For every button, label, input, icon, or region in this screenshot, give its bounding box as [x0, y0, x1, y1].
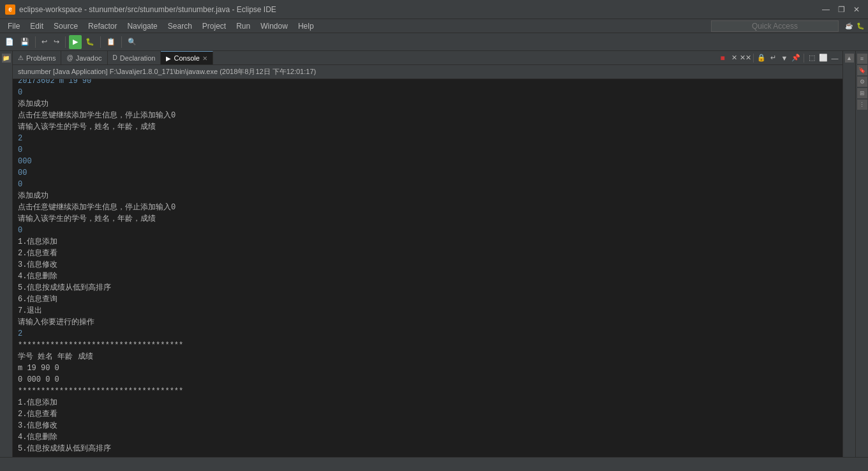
- far-right-panel: ≡ 🔖 ⚙ ⊞ ⋮: [855, 51, 868, 457]
- layout-icon[interactable]: ⊞: [857, 88, 867, 98]
- menu-window[interactable]: Window: [255, 20, 293, 32]
- package-explorer-icon[interactable]: 📁: [2, 54, 11, 63]
- console-line: 4.信息删除: [18, 431, 837, 443]
- minimize-view-button[interactable]: —: [830, 53, 840, 63]
- console-line: 5.信息按成绩从低到高排序: [18, 282, 837, 294]
- console-line: 00: [18, 167, 837, 179]
- toolbar-separator-3: [100, 36, 101, 48]
- console-line: ************************************: [18, 385, 837, 397]
- maximize-button[interactable]: ⬜: [818, 53, 828, 63]
- console-line: 20173602 m 19 90: [18, 79, 837, 87]
- console-line: 3.信息修改: [18, 259, 837, 271]
- console-line: 请输入该学生的学号，姓名，年龄，成绩: [18, 213, 837, 225]
- console-line: 3.信息修改: [18, 420, 837, 431]
- console-icon: ▶: [166, 55, 171, 62]
- scroll-lock-button[interactable]: 🔒: [756, 53, 767, 63]
- declaration-icon: D: [113, 54, 117, 61]
- console-line: 0: [18, 225, 837, 236]
- search-button[interactable]: 🔍: [125, 35, 139, 49]
- close-button[interactable]: ✕: [850, 3, 863, 16]
- console-line: 6.信息查询: [18, 294, 837, 305]
- menu-run[interactable]: Run: [231, 20, 255, 32]
- terminate-button[interactable]: ■: [717, 53, 728, 63]
- console-line: ************************************: [18, 340, 837, 351]
- toolbar-separator-2: [65, 36, 66, 48]
- console-line: 7.退出: [18, 305, 837, 317]
- new-button[interactable]: 📄: [3, 35, 17, 49]
- console-line: 0: [18, 179, 837, 190]
- menu-file[interactable]: File: [3, 20, 25, 32]
- remove-launch-button[interactable]: ✕: [729, 53, 739, 63]
- ctb-sep2: [804, 54, 804, 63]
- console-line: 请输入该学生的学号，姓名，年龄，成绩: [18, 121, 837, 133]
- console-line: 0: [18, 144, 837, 156]
- app-icon: e: [5, 4, 15, 15]
- minimize-button[interactable]: —: [819, 3, 832, 16]
- task-list-icon[interactable]: ≡: [857, 54, 867, 64]
- tab-console[interactable]: ▶ Console ✕: [161, 51, 213, 64]
- save-button[interactable]: 💾: [18, 35, 32, 49]
- tab-console-close[interactable]: ✕: [202, 55, 207, 62]
- console-output[interactable]: 1点击任意键继续添加学生信息，停止添加输入0请输入该学生的学号，姓名，年龄，成绩…: [13, 79, 842, 457]
- tab-console-label: Console: [174, 54, 199, 62]
- console-line: 4.信息删除: [18, 271, 837, 282]
- console-line: 2: [18, 133, 837, 144]
- quick-access-input[interactable]: [711, 20, 839, 32]
- perspective-java-icon[interactable]: ☕: [844, 21, 854, 31]
- dots-icon[interactable]: ⋮: [857, 100, 867, 110]
- console-line: m 19 90 0: [18, 363, 837, 374]
- run-button[interactable]: ▶: [69, 35, 82, 49]
- open-console-button[interactable]: ⬚: [807, 53, 817, 63]
- console-line: 1.信息添加: [18, 397, 837, 408]
- console-line: 点击任意键继续添加学生信息，停止添加输入0: [18, 110, 837, 121]
- redo-button[interactable]: ↪: [51, 35, 62, 49]
- tab-problems[interactable]: ⚠ Problems: [13, 51, 61, 64]
- console-line: 请输入你要进行的操作: [18, 317, 837, 328]
- tab-javadoc-label: Javadoc: [76, 54, 102, 62]
- main-area: 📁 ⚠ Problems @ Javadoc D Declaration ▶ C…: [0, 51, 868, 457]
- toolbar: 📄 💾 ↩ ↪ ▶ 🐛 📋 🔍: [0, 33, 868, 51]
- menu-navigate[interactable]: Navigate: [122, 20, 162, 32]
- menu-edit[interactable]: Edit: [25, 20, 49, 32]
- toolbar-separator-1: [35, 36, 36, 48]
- menu-source[interactable]: Source: [49, 20, 83, 32]
- tab-declaration[interactable]: D Declaration: [108, 51, 161, 64]
- maximize-button[interactable]: ❐: [835, 3, 848, 16]
- word-wrap-button[interactable]: ↵: [768, 53, 778, 63]
- console-line: 添加成功: [18, 190, 837, 202]
- tab-bar: ⚠ Problems @ Javadoc D Declaration ▶ Con…: [13, 51, 842, 65]
- toolbar-separator-4: [121, 36, 122, 48]
- statusbar: [0, 457, 868, 471]
- right-gutter-icon[interactable]: ▲: [845, 54, 854, 63]
- javadoc-icon: @: [66, 54, 73, 61]
- console-line: 1.信息添加: [18, 236, 837, 248]
- show-console-button[interactable]: ▼: [779, 53, 789, 63]
- menu-refactor[interactable]: Refactor: [83, 20, 122, 32]
- remove-all-launches-button[interactable]: ✕✕: [740, 53, 751, 63]
- console-line: 5.信息按成绩从低到高排序: [18, 443, 837, 454]
- editor-area: ⚠ Problems @ Javadoc D Declaration ▶ Con…: [13, 51, 842, 457]
- settings-icon[interactable]: ⚙: [857, 77, 867, 87]
- console-line: 2.信息查看: [18, 248, 837, 259]
- path-bar: stunumber [Java Application] F:\Java\jer…: [13, 65, 842, 79]
- right-gutter: ▲: [842, 51, 855, 457]
- console-line: 2: [18, 328, 837, 340]
- titlebar: e eclipse-workspace - stunumber/src/stun…: [0, 0, 868, 19]
- tab-declaration-label: Declaration: [120, 54, 156, 62]
- tab-javadoc[interactable]: @ Javadoc: [61, 51, 107, 64]
- pin-button[interactable]: 📌: [791, 53, 801, 63]
- console-path: stunumber [Java Application] F:\Java\jer…: [18, 67, 316, 77]
- undo-button[interactable]: ↩: [39, 35, 50, 49]
- menu-search[interactable]: Search: [163, 20, 197, 32]
- console-line: 2.信息查看: [18, 408, 837, 420]
- menubar: File Edit Source Refactor Navigate Searc…: [0, 19, 868, 33]
- menu-project[interactable]: Project: [197, 20, 231, 32]
- menu-help[interactable]: Help: [293, 20, 319, 32]
- left-gutter: 📁: [0, 51, 13, 457]
- console-line: 点击任意键继续添加学生信息，停止添加输入0: [18, 202, 837, 213]
- debug-button[interactable]: 🐛: [83, 35, 97, 49]
- bookmark-icon[interactable]: 🔖: [857, 65, 867, 75]
- window-controls: — ❐ ✕: [819, 3, 863, 16]
- perspective-debug-icon[interactable]: 🐛: [855, 21, 865, 31]
- open-task-button[interactable]: 📋: [104, 35, 118, 49]
